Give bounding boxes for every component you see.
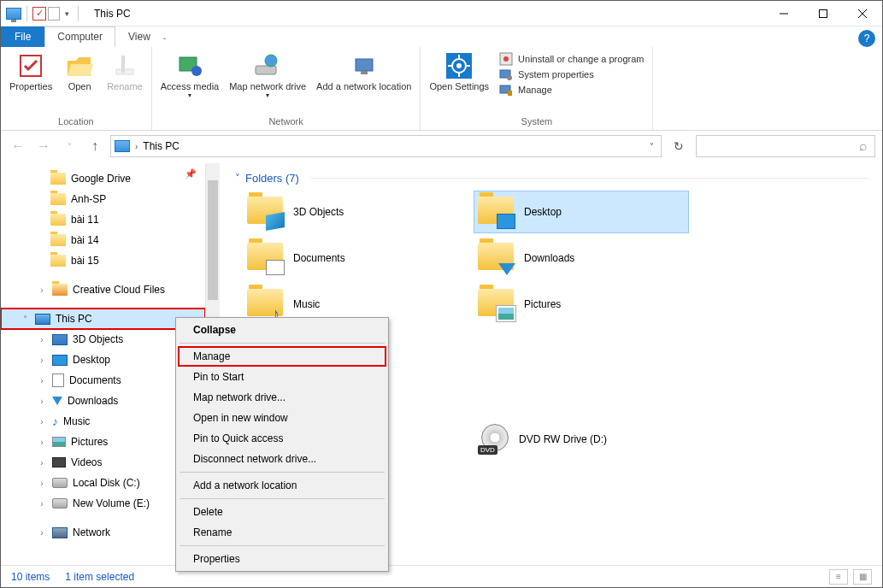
svg-rect-6	[121, 56, 125, 73]
svg-point-10	[265, 55, 277, 67]
tab-computer[interactable]: Computer	[44, 26, 115, 47]
chevron-right-icon[interactable]: ›	[37, 458, 47, 467]
scrollbar-thumb[interactable]	[208, 180, 218, 300]
ctx-pin-quick[interactable]: Pin to Quick access	[178, 428, 386, 449]
chevron-right-icon[interactable]: ›	[37, 335, 47, 344]
chevron-right-icon[interactable]: ›	[37, 438, 47, 447]
close-button[interactable]	[843, 1, 882, 26]
qat-document-icon[interactable]	[48, 7, 60, 21]
up-button[interactable]: ↑	[85, 136, 105, 156]
svg-rect-12	[361, 71, 368, 74]
details-view-button[interactable]: ≡	[829, 569, 848, 585]
window-controls	[764, 1, 882, 26]
icons-view-button[interactable]: ▦	[853, 569, 872, 585]
chevron-right-icon[interactable]: ›	[37, 376, 47, 385]
separator	[311, 178, 868, 179]
tab-file[interactable]: File	[1, 26, 44, 47]
access-media-button[interactable]: Access media▾	[157, 50, 222, 101]
chevron-right-icon[interactable]: ›	[37, 397, 47, 406]
chevron-right-icon[interactable]: ›	[37, 479, 47, 488]
folder-tile-3d-objects[interactable]: 3D Objects	[244, 191, 457, 232]
ctx-add-location[interactable]: Add a network location	[178, 475, 386, 496]
folder-icon	[50, 173, 66, 185]
folder-tile-desktop[interactable]: Desktop	[474, 191, 688, 232]
open-settings-button[interactable]: Open Settings	[426, 50, 492, 93]
tree-item[interactable]: Anh-SP	[1, 189, 205, 209]
add-location-button[interactable]: Add a network location	[313, 50, 415, 93]
tree-item-creative[interactable]: ›Creative Cloud Files	[1, 279, 205, 300]
chevron-right-icon[interactable]: ›	[37, 356, 47, 365]
svg-rect-11	[356, 59, 373, 71]
chevron-down-icon[interactable]: ˅	[20, 315, 30, 324]
pin-icon[interactable]: 📌	[185, 168, 197, 179]
properties-button[interactable]: Properties	[6, 50, 56, 93]
manage-button[interactable]: Manage	[499, 83, 644, 97]
titlebar: ✓ ▾ This PC	[1, 1, 882, 26]
refresh-button[interactable]: ↻	[667, 135, 691, 157]
network-icon	[52, 527, 68, 538]
qat-properties-icon[interactable]: ✓	[32, 7, 46, 21]
svg-point-21	[503, 56, 509, 62]
group-label-network: Network	[152, 115, 421, 130]
ctx-collapse[interactable]: Collapse	[178, 320, 386, 340]
ctx-delete[interactable]: Delete	[178, 502, 386, 522]
help-button[interactable]: ?	[858, 30, 875, 47]
tab-view[interactable]: View	[115, 26, 163, 47]
ribbon-group-location: Properties Open Rename Location	[1, 47, 152, 130]
ctx-rename[interactable]: Rename	[178, 522, 386, 543]
recent-dropdown-icon[interactable]: ˅	[59, 136, 79, 156]
tree-item[interactable]: bài 14	[1, 230, 205, 250]
chevron-down-icon[interactable]: ˅	[235, 173, 240, 184]
drive-icon	[52, 478, 68, 488]
app-icon	[6, 8, 21, 20]
address-text[interactable]: This PC	[143, 140, 180, 152]
tree-item[interactable]: Google Drive	[1, 168, 205, 189]
map-drive-button[interactable]: Map network drive▾	[226, 50, 309, 101]
folders-header[interactable]: ˅ Folders (7)	[235, 172, 868, 185]
folder-icon	[52, 284, 68, 296]
scrollbar[interactable]	[206, 163, 220, 334]
3d-objects-icon	[266, 212, 285, 231]
tree-item[interactable]: bài 15	[1, 250, 205, 271]
minimize-button[interactable]	[764, 1, 804, 26]
search-input[interactable]: ⌕	[696, 135, 875, 157]
ribbon-group-network: Access media▾ Map network drive▾ Add a n…	[152, 47, 421, 130]
ribbon-group-system: Open Settings Uninstall or change a prog…	[421, 47, 653, 130]
location-icon	[115, 140, 130, 152]
ctx-map-drive[interactable]: Map network drive...	[178, 387, 386, 408]
separator	[180, 472, 385, 473]
svg-rect-9	[256, 66, 276, 74]
separator	[180, 498, 385, 499]
open-button[interactable]: Open	[59, 50, 100, 93]
system-properties-button[interactable]: System properties	[499, 68, 644, 81]
music-icon: ♪	[52, 415, 58, 428]
3d-objects-icon	[52, 334, 68, 345]
chevron-right-icon[interactable]: ›	[37, 528, 47, 538]
chevron-right-icon[interactable]: ›	[37, 499, 47, 509]
dvd-drive-icon: DVD	[478, 424, 509, 455]
device-tile-dvd[interactable]: DVD DVD RW Drive (D:)	[474, 419, 610, 460]
qat-dropdown-icon[interactable]: ▾	[62, 9, 73, 18]
rename-label: Rename	[107, 81, 143, 91]
address-dropdown-icon[interactable]: ˅	[650, 142, 654, 151]
ctx-disconnect[interactable]: Disconnect network drive...	[178, 449, 386, 469]
chevron-right-icon[interactable]: ›	[37, 417, 47, 426]
folder-tile-documents[interactable]: Documents	[244, 238, 457, 279]
tree-item[interactable]: bài 11	[1, 209, 205, 230]
ctx-open-new[interactable]: Open in new window	[178, 408, 386, 428]
folder-tile-pictures[interactable]: Pictures	[474, 284, 688, 325]
maximize-button[interactable]	[804, 1, 843, 26]
ctx-manage[interactable]: Manage	[178, 346, 386, 367]
uninstall-button[interactable]: Uninstall or change a program	[499, 52, 644, 66]
manage-label: Manage	[518, 85, 552, 95]
chevron-right-icon[interactable]: ›	[37, 285, 47, 295]
ribbon-collapse-icon[interactable]: ˆ	[163, 38, 166, 47]
ctx-pin-start[interactable]: Pin to Start	[178, 367, 386, 387]
chevron-right-icon[interactable]: ›	[135, 142, 138, 151]
address-bar[interactable]: › This PC ˅	[110, 135, 662, 157]
back-button[interactable]: ←	[8, 136, 28, 156]
ctx-properties[interactable]: Properties	[178, 549, 386, 569]
separator	[180, 545, 385, 546]
desktop-icon	[497, 214, 515, 229]
folder-tile-downloads[interactable]: Downloads	[474, 238, 688, 279]
